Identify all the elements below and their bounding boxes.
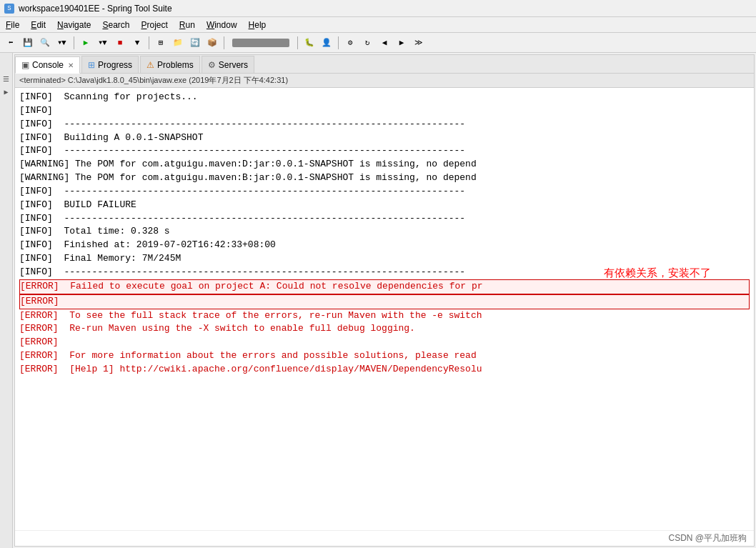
servers-tab-label: Servers <box>219 60 248 70</box>
toolbar-stop-dropdown[interactable]: ▼ <box>129 35 145 51</box>
title-bar: S workspace190401EE - Spring Tool Suite <box>0 0 756 17</box>
content-area: ▣ Console ✕ ⊞ Progress ⚠ Problems ⚙ Serv… <box>14 54 755 547</box>
console-line: [INFO] ---------------------------------… <box>19 185 750 199</box>
console-line: [INFO] Finished at: 2019-07-02T16:42:33+… <box>19 239 750 252</box>
console-info-bar: <terminated> C:\Java\jdk1.8.0_45\bin\jav… <box>15 74 754 88</box>
console-line: [ERROR] To see the full stack trace of t… <box>19 309 750 323</box>
console-info-text: <terminated> C:\Java\jdk1.8.0_45\bin\jav… <box>19 75 288 86</box>
toolbar-profile[interactable]: 👤 <box>319 35 334 51</box>
console-line: [INFO] ---------------------------------… <box>19 118 750 131</box>
console-line: [ERROR] <box>19 336 750 349</box>
console-line: [WARNING] The POM for com.atguigu.maven:… <box>19 171 750 185</box>
title-text: workspace190401EE - Spring Tool Suite <box>19 4 172 14</box>
toolbar-run[interactable]: ▶ <box>78 35 94 51</box>
toolbar-new[interactable]: ⊞ <box>153 35 169 51</box>
left-gutter: ☰ ▶ <box>0 53 13 548</box>
console-line: [ERROR] For more information about the e… <box>19 349 750 363</box>
menu-help[interactable]: Help <box>243 17 272 32</box>
toolbar-separator-5 <box>338 36 339 49</box>
menu-run[interactable]: Run <box>174 17 201 32</box>
console-line: [INFO] Scanning for projects... <box>19 91 750 104</box>
toolbar-settings[interactable]: ⚙ <box>342 35 358 51</box>
toolbar-search[interactable]: 🔍 <box>37 35 53 51</box>
console-line: [ERROR] Re-run Maven using the -X switch… <box>19 322 750 336</box>
toolbar-pkg[interactable]: 📦 <box>204 35 220 51</box>
toolbar-debug[interactable]: 🐛 <box>302 35 317 51</box>
toolbar-separator-2 <box>149 36 149 49</box>
console-line: [INFO] ---------------------------------… <box>19 144 750 158</box>
console-line: [INFO] BUILD FAILURE <box>19 199 750 212</box>
console-tab-close[interactable]: ✕ <box>68 61 74 69</box>
console-line: [ERROR] Failed to execute goal on projec… <box>19 279 750 294</box>
tab-console[interactable]: ▣ Console ✕ <box>15 56 80 74</box>
problems-tab-icon: ⚠ <box>146 60 154 70</box>
console-output[interactable]: [INFO] Scanning for projects...[INFO] [I… <box>15 88 754 530</box>
watermark: CSDN @平凡加班狗 <box>15 530 754 546</box>
console-line: [INFO] Total time: 0.328 s <box>19 225 750 239</box>
toolbar-back2[interactable]: ◀ <box>377 35 392 51</box>
console-line: [WARNING] The POM for com.atguigu.maven:… <box>19 158 750 171</box>
toolbar-run-dropdown[interactable]: ▼ <box>95 35 111 51</box>
console-line: [INFO] ---------------------------------… <box>19 266 750 279</box>
console-tab-icon: ▣ <box>21 60 29 70</box>
toolbar: ⬅ 💾 🔍 ▼ ▶ ▼ ■ ▼ ⊞ 📁 🔄 📦 🐛 👤 ⚙ ↻ ◀ ▶ ≫ <box>0 33 756 53</box>
gutter-icon-2[interactable]: ▶ <box>1 87 11 97</box>
watermark-text: CSDN @平凡加班狗 <box>668 533 747 543</box>
servers-tab-icon: ⚙ <box>208 60 216 70</box>
main-area: ☰ ▶ ▣ Console ✕ ⊞ Progress ⚠ Problems ⚙ … <box>0 53 756 548</box>
toolbar-stop[interactable]: ■ <box>112 35 128 51</box>
console-line: [INFO] <box>19 104 750 118</box>
problems-tab-label: Problems <box>157 60 194 70</box>
console-line: [INFO] ---------------------------------… <box>19 212 750 226</box>
toolbar-save[interactable]: 💾 <box>20 35 36 51</box>
menu-edit[interactable]: Edit <box>25 17 51 32</box>
tab-progress[interactable]: ⊞ Progress <box>81 56 139 73</box>
menu-search[interactable]: Search <box>96 17 135 32</box>
toolbar-separator-4 <box>297 36 298 49</box>
progress-bar <box>232 39 289 47</box>
tab-bar: ▣ Console ✕ ⊞ Progress ⚠ Problems ⚙ Serv… <box>15 55 754 74</box>
toolbar-back[interactable]: ⬅ <box>3 35 19 51</box>
menu-file[interactable]: File <box>0 17 25 32</box>
progress-tab-label: Progress <box>98 60 132 70</box>
gutter-icon-1[interactable]: ☰ <box>1 74 11 84</box>
menu-project[interactable]: Project <box>135 17 173 32</box>
toolbar-forward[interactable]: ▶ <box>394 35 409 51</box>
menu-bar: File Edit Navigate Search Project Run Wi… <box>0 17 756 33</box>
progress-tab-icon: ⊞ <box>88 60 95 70</box>
toolbar-refresh[interactable]: 🔄 <box>187 35 203 51</box>
tab-problems[interactable]: ⚠ Problems <box>140 56 200 73</box>
toolbar-search-dropdown[interactable]: ▼ <box>54 35 70 51</box>
console-line: [ERROR] [Help 1] http://cwiki.apache.org… <box>19 363 750 377</box>
toolbar-open[interactable]: 📁 <box>170 35 186 51</box>
menu-navigate[interactable]: Navigate <box>51 17 96 32</box>
menu-window[interactable]: Window <box>201 17 243 32</box>
toolbar-refresh2[interactable]: ↻ <box>359 35 375 51</box>
tab-servers[interactable]: ⚙ Servers <box>202 56 254 73</box>
toolbar-separator-1 <box>74 36 74 49</box>
toolbar-more[interactable]: ≫ <box>411 35 427 51</box>
console-line: [INFO] Final Memory: 7M/245M <box>19 252 750 266</box>
console-line: [ERROR] <box>19 294 750 309</box>
console-line: [INFO] Building A 0.0.1-SNAPSHOT <box>19 131 750 145</box>
app-icon: S <box>4 4 14 14</box>
toolbar-separator-3 <box>224 36 224 49</box>
console-tab-label: Console <box>32 60 64 70</box>
